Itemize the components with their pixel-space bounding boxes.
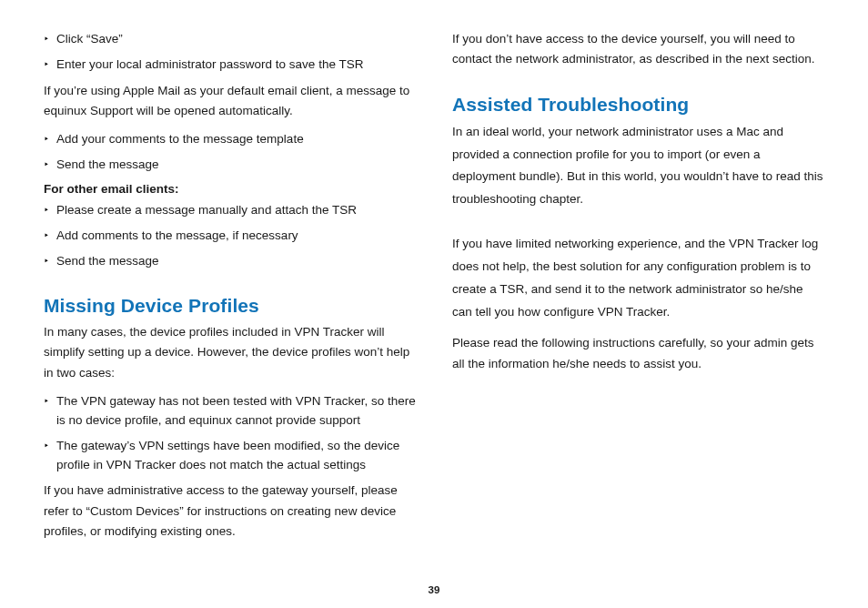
list-item-text: Please create a message manually and att…	[56, 201, 416, 220]
left-column: ‣ Click “Save” ‣ Enter your local admini…	[44, 27, 416, 551]
list-item-text: The gateway’s VPN settings have been mod…	[56, 437, 416, 475]
triangle-right-icon: ‣	[44, 56, 56, 73]
list-item: ‣ Send the message	[44, 252, 416, 271]
section-heading-missing-device-profiles: Missing Device Profiles	[44, 295, 416, 317]
section-heading-assisted-troubleshooting: Assisted Troubleshooting	[452, 94, 824, 116]
list-item: ‣ Send the message	[44, 156, 416, 175]
list-item: ‣ Enter your local administrator passwor…	[44, 56, 416, 75]
list-item: ‣ Add comments to the message, if necess…	[44, 227, 416, 246]
list-item-text: The VPN gateway has not been tested with…	[56, 392, 416, 431]
body-paragraph: Please read the following instructions c…	[452, 333, 824, 374]
list-item-text: Send the message	[56, 156, 416, 175]
triangle-right-icon: ‣	[44, 252, 56, 269]
triangle-right-icon: ‣	[44, 30, 56, 47]
bold-subheading: For other email clients:	[44, 182, 416, 196]
list-item-text: Click “Save”	[56, 30, 416, 49]
triangle-right-icon: ‣	[44, 156, 56, 173]
body-paragraph: In an ideal world, your network administ…	[452, 121, 824, 212]
triangle-right-icon: ‣	[44, 227, 56, 244]
list-item: ‣ The gateway’s VPN settings have been m…	[44, 437, 416, 475]
list-item: ‣ The VPN gateway has not been tested wi…	[44, 392, 416, 431]
body-paragraph: If you don’t have access to the device y…	[452, 29, 824, 70]
body-paragraph: If you have administrative access to the…	[44, 481, 416, 542]
list-item-text: Add your comments to the message templat…	[56, 130, 416, 149]
list-item: ‣ Please create a message manually and a…	[44, 201, 416, 220]
triangle-right-icon: ‣	[44, 392, 56, 410]
list-item-text: Add comments to the message, if necessar…	[56, 227, 416, 246]
right-column: If you don’t have access to the device y…	[452, 27, 824, 551]
list-item-text: Enter your local administrator password …	[56, 56, 416, 75]
page-content: ‣ Click “Save” ‣ Enter your local admini…	[0, 0, 868, 551]
triangle-right-icon: ‣	[44, 201, 56, 218]
triangle-right-icon: ‣	[44, 130, 56, 147]
body-paragraph: In many cases, the device profiles inclu…	[44, 322, 416, 383]
body-paragraph: If you have limited networking experienc…	[452, 233, 824, 324]
list-item: ‣ Add your comments to the message templ…	[44, 130, 416, 149]
list-item-text: Send the message	[56, 252, 416, 271]
body-paragraph: If you’re using Apple Mail as your defau…	[44, 81, 416, 122]
triangle-right-icon: ‣	[44, 437, 56, 454]
list-item: ‣ Click “Save”	[44, 30, 416, 49]
page-number: 39	[0, 584, 868, 595]
